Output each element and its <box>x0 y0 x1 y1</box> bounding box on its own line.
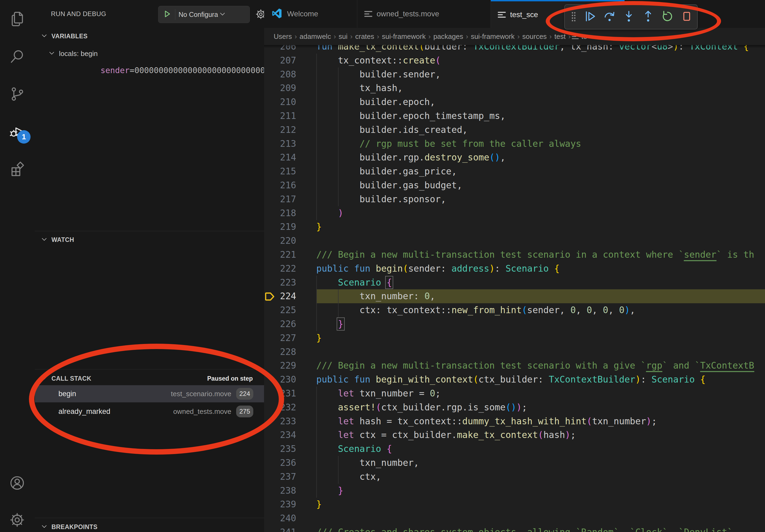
code-line[interactable]: 209 tx_hash, <box>264 81 765 95</box>
code-line[interactable]: 231 let txn_number = 0; <box>264 387 765 400</box>
account-button[interactable] <box>0 466 34 501</box>
line-number[interactable]: 222 <box>264 262 296 276</box>
breadcrumb-item[interactable]: packages <box>433 32 463 41</box>
sidebar-item-source-control[interactable] <box>0 77 34 112</box>
line-number[interactable]: 218 <box>264 206 296 220</box>
breadcrumb-item[interactable]: test <box>554 32 565 41</box>
line-number[interactable]: 219 <box>264 220 296 234</box>
tab-welcome[interactable]: Welcome <box>264 0 357 28</box>
code-line[interactable]: 207 tx_context::create( <box>264 54 765 68</box>
code-line[interactable]: 225 ctx: tx_context::new_from_hint(sende… <box>264 303 765 317</box>
code-line[interactable]: 219} <box>264 220 765 234</box>
variables-section-header[interactable]: VARIABLES <box>35 28 264 45</box>
call-stack-frame-begin[interactable]: begintest_scenario.move224 <box>35 385 264 402</box>
continue-button[interactable] <box>581 8 599 26</box>
line-number[interactable]: 237 <box>264 470 296 484</box>
code-line[interactable]: 241/// Creates and shares system objects… <box>264 525 765 532</box>
code-line[interactable]: 208 builder.sender, <box>264 68 765 82</box>
line-number[interactable]: 225 <box>264 303 296 317</box>
code-line[interactable]: 222public fun begin(sender: address): Sc… <box>264 262 765 276</box>
code-line[interactable]: 233 let hash = tx_context::dummy_tx_hash… <box>264 414 765 428</box>
start-debug-config-button[interactable]: No Configura <box>158 6 250 23</box>
line-number[interactable]: 235 <box>264 442 296 456</box>
toolbar-drag-handle[interactable] <box>567 8 580 26</box>
step-into-button[interactable] <box>620 8 638 26</box>
line-number[interactable]: 223 <box>264 276 296 290</box>
line-number[interactable]: 209 <box>264 81 296 95</box>
line-number[interactable]: 228 <box>264 345 296 359</box>
line-number[interactable]: 226 <box>264 317 296 331</box>
code-line[interactable]: 227} <box>264 331 765 345</box>
code-line[interactable]: 235 Scenario { <box>264 442 765 456</box>
line-number[interactable]: 231 <box>264 387 296 400</box>
line-number[interactable]: 233 <box>264 414 296 428</box>
code-line[interactable]: 217 builder.sponsor, <box>264 192 765 206</box>
line-number[interactable]: 208 <box>264 68 296 82</box>
line-number[interactable]: 215 <box>264 164 296 178</box>
line-number[interactable]: 238 <box>264 484 296 498</box>
line-number[interactable]: 212 <box>264 123 296 137</box>
line-number[interactable]: 224 <box>264 289 296 303</box>
step-out-button[interactable] <box>639 8 657 26</box>
line-number[interactable]: 217 <box>264 192 296 206</box>
line-number[interactable]: 211 <box>264 109 296 123</box>
line-number[interactable]: 207 <box>264 54 296 68</box>
line-number[interactable]: 232 <box>264 400 296 414</box>
line-number[interactable]: 221 <box>264 248 296 262</box>
code-line[interactable]: 229/// Begin a new multi-transaction tes… <box>264 359 765 373</box>
breadcrumb-item[interactable]: sui-framework <box>382 32 426 41</box>
code-line[interactable]: 215 builder.gas_price, <box>264 164 765 178</box>
stop-button[interactable] <box>678 8 696 26</box>
line-number[interactable]: 216 <box>264 178 296 192</box>
line-number[interactable]: 213 <box>264 137 296 151</box>
code-line[interactable]: 236 txn_number, <box>264 456 765 470</box>
code-line[interactable]: 238 } <box>264 484 765 498</box>
code-line[interactable]: 239} <box>264 497 765 511</box>
line-number[interactable]: 234 <box>264 428 296 442</box>
code-line[interactable]: 213 // rgp must be set from the caller a… <box>264 137 765 151</box>
line-number[interactable]: 220 <box>264 234 296 248</box>
code-line[interactable]: 240 <box>264 511 765 525</box>
sidebar-item-search[interactable] <box>0 40 34 75</box>
breakpoints-section-header[interactable]: BREAKPOINTS <box>35 519 264 532</box>
code-line[interactable]: 220 <box>264 234 765 248</box>
line-number[interactable]: 239 <box>264 497 296 511</box>
code-line[interactable]: 221/// Begin a new multi-transaction tes… <box>264 248 765 262</box>
code-line[interactable]: 211 builder.epoch_timestamp_ms, <box>264 109 765 123</box>
code-line[interactable]: 234 let ctx = ctx_builder.make_tx_contex… <box>264 428 765 442</box>
code-area[interactable]: 206fun make_tx_context(builder: TxContex… <box>264 45 765 532</box>
code-line[interactable]: 216 builder.gas_budget, <box>264 178 765 192</box>
watch-section-header[interactable]: WATCH <box>35 231 264 248</box>
code-line[interactable]: 224 txn_number: 0, <box>264 289 765 303</box>
call-stack-frame-already_marked[interactable]: already_markedowned_tests.move275 <box>35 403 264 420</box>
breadcrumb-item[interactable]: sui <box>339 32 348 41</box>
line-number[interactable]: 210 <box>264 95 296 109</box>
line-number[interactable]: 236 <box>264 456 296 470</box>
settings-button[interactable] <box>0 503 34 532</box>
code-line[interactable]: 230public fun begin_with_context(ctx_bui… <box>264 373 765 387</box>
tab-owned-tests[interactable]: owned_tests.move <box>357 0 491 28</box>
code-line[interactable]: 226 } <box>264 317 765 331</box>
breadcrumb-item[interactable]: Users <box>274 32 292 41</box>
breadcrumb-item-file[interactable]: te <box>572 32 587 41</box>
line-number[interactable]: 227 <box>264 331 296 345</box>
breadcrumb-item[interactable]: crates <box>355 32 374 41</box>
line-number[interactable]: 241 <box>264 525 296 532</box>
sidebar-item-explorer[interactable] <box>0 2 34 37</box>
line-number[interactable]: 229 <box>264 359 296 373</box>
code-line[interactable]: 214 builder.rgp.destroy_some(), <box>264 150 765 164</box>
restart-button[interactable] <box>659 8 676 26</box>
line-number[interactable]: 240 <box>264 511 296 525</box>
code-line[interactable]: 212 builder.ids_created, <box>264 123 765 137</box>
step-over-button[interactable] <box>601 8 618 26</box>
code-line[interactable]: 218 ) <box>264 206 765 220</box>
sidebar-item-run-and-debug[interactable]: 1 <box>0 115 34 149</box>
code-line[interactable]: 223 Scenario { <box>264 276 765 290</box>
line-number[interactable]: 214 <box>264 150 296 164</box>
breadcrumb-item[interactable]: sui-framework <box>471 32 515 41</box>
sidebar-item-extensions[interactable] <box>0 152 34 187</box>
line-number[interactable]: 230 <box>264 373 296 387</box>
code-line[interactable]: 228 <box>264 345 765 359</box>
call-stack-section-header[interactable]: CALL STACK Paused on step <box>35 370 264 387</box>
breadcrumb-item[interactable]: adamwelc <box>300 32 331 41</box>
